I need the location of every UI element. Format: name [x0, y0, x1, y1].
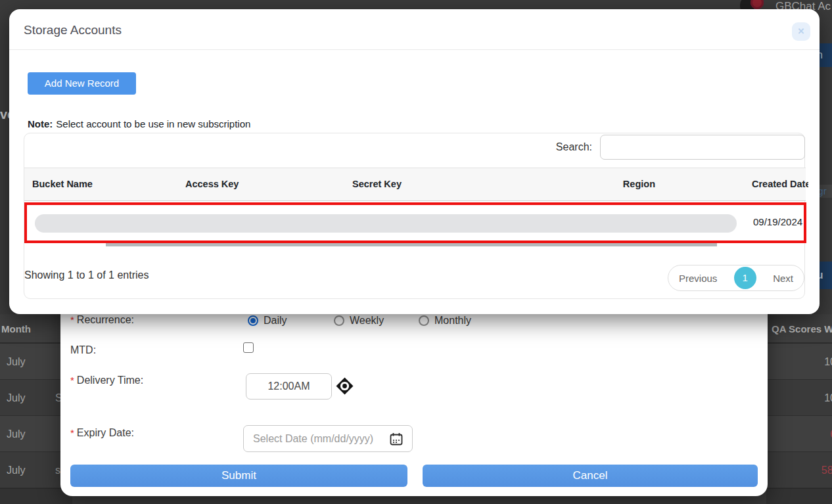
column-header-created-date[interactable]: Created Date [752, 179, 808, 189]
recurrence-label: *Recurrence: [70, 314, 134, 326]
required-marker: * [70, 427, 74, 438]
cancel-button[interactable]: Cancel [423, 465, 758, 487]
radio-daily-label[interactable]: Daily [264, 315, 287, 327]
radio-weekly[interactable] [334, 315, 344, 326]
column-header-region[interactable]: Region [600, 179, 655, 189]
table-footer-strip [0, 488, 72, 504]
entries-status-text: Showing 1 to 1 of 1 entries [24, 269, 149, 281]
storage-accounts-modal: Storage Accounts ✕ Add New Record Note:S… [9, 9, 820, 314]
pagination-previous[interactable]: Previous [679, 273, 717, 284]
delivery-time-input[interactable] [246, 373, 332, 400]
column-header-qa-scores: QA Scores W [766, 314, 832, 344]
delivery-time-label-text: Delivery Time: [77, 375, 143, 386]
pagination-page-1[interactable]: 1 [734, 267, 756, 289]
cell-month: July [7, 392, 25, 403]
table-footer-strip [766, 488, 832, 504]
close-icon[interactable]: ✕ [792, 22, 810, 41]
pagination: Previous 1 Next [668, 265, 804, 291]
add-new-record-button[interactable]: Add New Record [28, 72, 136, 95]
radio-daily[interactable] [248, 315, 258, 326]
modal-header: Storage Accounts ✕ [9, 9, 820, 50]
cell-fragment: s [55, 452, 60, 488]
note-body: Select account to be use in new subscrip… [56, 118, 250, 129]
expiry-date-label-text: Expiry Date: [77, 427, 134, 438]
screen: GBChat Ac ve on ogr Su Month July JulyS … [0, 0, 832, 504]
note-text: Note:Select account to be use in new sub… [28, 118, 250, 129]
column-header-bucket-name[interactable]: Bucket Name [32, 179, 93, 189]
cell-score: 10 [766, 380, 832, 416]
pagination-next[interactable]: Next [773, 273, 793, 284]
column-header-secret-key[interactable]: Secret Key [352, 179, 402, 189]
note-label: Note: [28, 118, 53, 129]
mtd-checkbox[interactable] [243, 342, 254, 353]
mtd-label: MTD: [70, 344, 96, 356]
expiry-date-label: *Expiry Date: [70, 427, 134, 439]
cell-score: 10 [766, 344, 832, 380]
notification-badge [751, 0, 764, 9]
submit-button[interactable]: Submit [70, 465, 407, 487]
created-date-cell: 09/19/2024 [753, 216, 802, 227]
cell-month: July [7, 465, 25, 476]
cell-month: July [7, 356, 25, 367]
table-row: 58. [766, 452, 832, 488]
redacted-account-cell [35, 214, 737, 233]
radio-monthly-label[interactable]: Monthly [434, 315, 471, 327]
required-marker: * [70, 375, 74, 386]
time-picker-icon[interactable] [336, 377, 354, 395]
background-qa-scores-table: QA Scores W 10 10 6 58. [766, 314, 832, 504]
cell-month: July [7, 428, 25, 440]
required-marker: * [70, 314, 74, 325]
search-label: Search: [555, 141, 592, 153]
table-header-row: Bucket Name Access Key Secret Key Region… [24, 168, 806, 201]
delivery-time-label: *Delivery Time: [70, 375, 143, 386]
account-row-highlighted[interactable]: 09/19/2024 [24, 202, 806, 243]
modal-title: Storage Accounts [24, 23, 122, 37]
cell-score: 6 [766, 416, 832, 452]
radio-weekly-label[interactable]: Weekly [350, 315, 384, 327]
table-row: 10 [766, 380, 832, 416]
redacted-row-fragment [106, 243, 717, 246]
cell-score: 58. [766, 452, 832, 488]
table-row: 10 [766, 344, 832, 380]
calendar-icon[interactable] [390, 432, 403, 446]
search-input[interactable] [600, 135, 805, 160]
recurrence-label-text: Recurrence: [77, 314, 134, 325]
radio-monthly[interactable] [419, 315, 429, 326]
column-header-access-key[interactable]: Access Key [185, 179, 239, 189]
expiry-date-input[interactable] [243, 425, 413, 452]
table-row: 6 [766, 416, 832, 452]
